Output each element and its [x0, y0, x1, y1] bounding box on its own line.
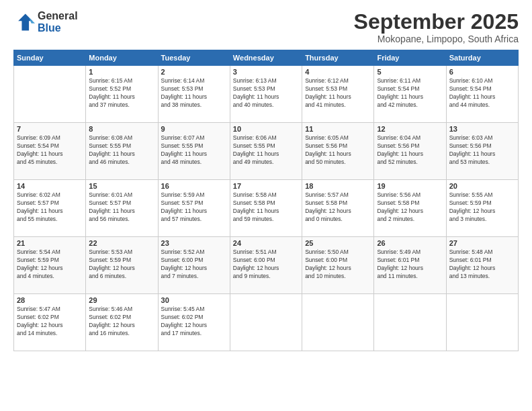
day-number: 6 [449, 68, 515, 76]
table-row: 28Sunrise: 5:47 AM Sunset: 6:02 PM Dayli… [14, 294, 86, 351]
table-row: 3Sunrise: 6:13 AM Sunset: 5:53 PM Daylig… [230, 66, 302, 123]
day-number: 12 [377, 125, 443, 133]
table-row: 27Sunrise: 5:48 AM Sunset: 6:01 PM Dayli… [446, 237, 518, 294]
day-info: Sunrise: 6:11 AM Sunset: 5:54 PM Dayligh… [377, 77, 443, 109]
calendar-week-row: 7Sunrise: 6:09 AM Sunset: 5:54 PM Daylig… [14, 123, 519, 180]
table-row: 14Sunrise: 6:02 AM Sunset: 5:57 PM Dayli… [14, 180, 86, 237]
day-number: 22 [89, 239, 154, 247]
day-number: 9 [161, 125, 227, 133]
day-info: Sunrise: 6:12 AM Sunset: 5:53 PM Dayligh… [305, 77, 371, 109]
day-info: Sunrise: 5:59 AM Sunset: 5:57 PM Dayligh… [161, 191, 227, 224]
table-row: 15Sunrise: 6:01 AM Sunset: 5:57 PM Dayli… [86, 180, 158, 237]
day-info: Sunrise: 6:01 AM Sunset: 5:57 PM Dayligh… [89, 191, 154, 224]
title-block: September 2025 Mokopane, Limpopo, South … [354, 10, 519, 44]
table-row: 6Sunrise: 6:10 AM Sunset: 5:54 PM Daylig… [446, 66, 518, 123]
col-saturday: Saturday [446, 50, 518, 66]
col-wednesday: Wednesday [230, 50, 302, 66]
table-row [446, 294, 518, 351]
table-row: 12Sunrise: 6:04 AM Sunset: 5:56 PM Dayli… [374, 123, 446, 180]
day-info: Sunrise: 5:55 AM Sunset: 5:59 PM Dayligh… [449, 191, 515, 224]
day-number: 13 [449, 125, 515, 133]
day-number: 15 [89, 182, 154, 190]
table-row: 23Sunrise: 5:52 AM Sunset: 6:00 PM Dayli… [158, 237, 230, 294]
svg-marker-0 [18, 13, 32, 30]
table-row: 30Sunrise: 5:45 AM Sunset: 6:02 PM Dayli… [158, 294, 230, 351]
table-row: 4Sunrise: 6:12 AM Sunset: 5:53 PM Daylig… [302, 66, 374, 123]
day-info: Sunrise: 5:58 AM Sunset: 5:58 PM Dayligh… [233, 191, 299, 224]
day-number: 28 [17, 296, 83, 304]
col-thursday: Thursday [302, 50, 374, 66]
table-row: 11Sunrise: 6:05 AM Sunset: 5:56 PM Dayli… [302, 123, 374, 180]
day-info: Sunrise: 6:15 AM Sunset: 5:52 PM Dayligh… [89, 77, 154, 109]
table-row: 9Sunrise: 6:07 AM Sunset: 5:55 PM Daylig… [158, 123, 230, 180]
day-number: 18 [305, 182, 371, 190]
day-info: Sunrise: 5:52 AM Sunset: 6:00 PM Dayligh… [161, 248, 227, 281]
day-info: Sunrise: 5:46 AM Sunset: 6:02 PM Dayligh… [89, 306, 154, 338]
day-number: 23 [161, 239, 227, 247]
day-info: Sunrise: 5:54 AM Sunset: 5:59 PM Dayligh… [17, 248, 83, 281]
page: General Blue September 2025 Mokopane, Li… [0, 0, 532, 411]
logo: General Blue [13, 10, 78, 34]
day-number: 19 [377, 182, 443, 190]
day-number: 4 [305, 68, 371, 76]
day-info: Sunrise: 6:06 AM Sunset: 5:55 PM Dayligh… [233, 134, 299, 167]
calendar-week-row: 21Sunrise: 5:54 AM Sunset: 5:59 PM Dayli… [14, 237, 519, 294]
table-row: 21Sunrise: 5:54 AM Sunset: 5:59 PM Dayli… [14, 237, 86, 294]
table-row [302, 294, 374, 351]
table-row: 1Sunrise: 6:15 AM Sunset: 5:52 PM Daylig… [86, 66, 158, 123]
day-number: 2 [161, 68, 227, 76]
calendar-week-row: 14Sunrise: 6:02 AM Sunset: 5:57 PM Dayli… [14, 180, 519, 237]
day-number: 3 [233, 68, 299, 76]
day-info: Sunrise: 5:57 AM Sunset: 5:58 PM Dayligh… [305, 191, 371, 224]
logo-text: General Blue [38, 10, 78, 34]
day-number: 14 [17, 182, 83, 190]
table-row [374, 294, 446, 351]
header: General Blue September 2025 Mokopane, Li… [13, 10, 519, 44]
table-row: 26Sunrise: 5:49 AM Sunset: 6:01 PM Dayli… [374, 237, 446, 294]
table-row: 16Sunrise: 5:59 AM Sunset: 5:57 PM Dayli… [158, 180, 230, 237]
day-info: Sunrise: 6:03 AM Sunset: 5:56 PM Dayligh… [449, 134, 515, 167]
col-friday: Friday [374, 50, 446, 66]
col-monday: Monday [86, 50, 158, 66]
day-number: 11 [305, 125, 371, 133]
day-number: 7 [17, 125, 83, 133]
day-info: Sunrise: 6:10 AM Sunset: 5:54 PM Dayligh… [449, 77, 515, 109]
table-row: 13Sunrise: 6:03 AM Sunset: 5:56 PM Dayli… [446, 123, 518, 180]
day-info: Sunrise: 6:04 AM Sunset: 5:56 PM Dayligh… [377, 134, 443, 167]
day-number: 5 [377, 68, 443, 76]
day-info: Sunrise: 5:48 AM Sunset: 6:01 PM Dayligh… [449, 248, 515, 281]
day-info: Sunrise: 5:56 AM Sunset: 5:58 PM Dayligh… [377, 191, 443, 224]
table-row: 5Sunrise: 6:11 AM Sunset: 5:54 PM Daylig… [374, 66, 446, 123]
month-title: September 2025 [354, 10, 519, 34]
day-number: 27 [449, 239, 515, 247]
logo-icon [13, 11, 35, 33]
day-number: 1 [89, 68, 154, 76]
day-info: Sunrise: 5:53 AM Sunset: 5:59 PM Dayligh… [89, 248, 154, 281]
day-number: 17 [233, 182, 299, 190]
day-info: Sunrise: 6:02 AM Sunset: 5:57 PM Dayligh… [17, 191, 83, 224]
day-info: Sunrise: 5:51 AM Sunset: 6:00 PM Dayligh… [233, 248, 299, 281]
table-row: 2Sunrise: 6:14 AM Sunset: 5:53 PM Daylig… [158, 66, 230, 123]
day-info: Sunrise: 6:08 AM Sunset: 5:55 PM Dayligh… [89, 134, 154, 167]
table-row: 8Sunrise: 6:08 AM Sunset: 5:55 PM Daylig… [86, 123, 158, 180]
table-row: 10Sunrise: 6:06 AM Sunset: 5:55 PM Dayli… [230, 123, 302, 180]
table-row: 22Sunrise: 5:53 AM Sunset: 5:59 PM Dayli… [86, 237, 158, 294]
day-info: Sunrise: 6:09 AM Sunset: 5:54 PM Dayligh… [17, 134, 83, 167]
col-tuesday: Tuesday [158, 50, 230, 66]
table-row [230, 294, 302, 351]
table-row: 17Sunrise: 5:58 AM Sunset: 5:58 PM Dayli… [230, 180, 302, 237]
day-info: Sunrise: 5:45 AM Sunset: 6:02 PM Dayligh… [161, 306, 227, 338]
day-info: Sunrise: 5:49 AM Sunset: 6:01 PM Dayligh… [377, 248, 443, 281]
calendar-header-row: Sunday Monday Tuesday Wednesday Thursday… [14, 50, 519, 66]
calendar-week-row: 28Sunrise: 5:47 AM Sunset: 6:02 PM Dayli… [14, 294, 519, 351]
day-number: 29 [89, 296, 154, 304]
day-number: 21 [17, 239, 83, 247]
table-row: 29Sunrise: 5:46 AM Sunset: 6:02 PM Dayli… [86, 294, 158, 351]
day-number: 10 [233, 125, 299, 133]
calendar-table: Sunday Monday Tuesday Wednesday Thursday… [13, 50, 519, 351]
day-number: 16 [161, 182, 227, 190]
day-number: 20 [449, 182, 515, 190]
day-info: Sunrise: 6:13 AM Sunset: 5:53 PM Dayligh… [233, 77, 299, 109]
table-row: 7Sunrise: 6:09 AM Sunset: 5:54 PM Daylig… [14, 123, 86, 180]
table-row: 24Sunrise: 5:51 AM Sunset: 6:00 PM Dayli… [230, 237, 302, 294]
